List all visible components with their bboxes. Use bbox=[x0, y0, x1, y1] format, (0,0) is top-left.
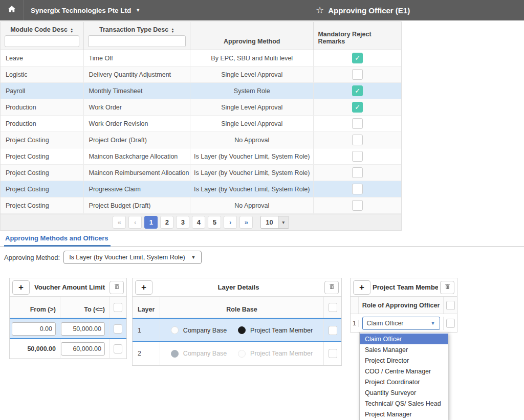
tab-approving-methods-and-officers[interactable]: Approving Methods and Officers bbox=[4, 234, 111, 247]
role-option[interactable]: Technical/ QS/ Sales Head bbox=[360, 398, 448, 409]
first-page-button[interactable]: « bbox=[113, 216, 126, 229]
role-option[interactable]: Project Director bbox=[360, 355, 448, 366]
page-button-5[interactable]: 5 bbox=[208, 216, 221, 229]
role-option[interactable]: Quantity Surveyor bbox=[360, 387, 448, 398]
table-row[interactable]: Project CostingMaincon Reimbursement All… bbox=[1, 165, 401, 181]
page-number-buttons: 12345 bbox=[144, 216, 221, 229]
page-button-4[interactable]: 4 bbox=[192, 216, 205, 229]
mandatory-checkbox[interactable] bbox=[352, 200, 363, 211]
home-button[interactable] bbox=[0, 0, 24, 20]
team-panel-title: Project Team Member bbox=[373, 283, 438, 291]
mandatory-checkbox[interactable] bbox=[352, 184, 363, 194]
mandatory-checkbox[interactable] bbox=[352, 167, 363, 178]
transaction-type-cell: Work Order Revision bbox=[84, 116, 190, 131]
next-page-button[interactable]: › bbox=[224, 216, 237, 229]
approving-method-dropdown[interactable]: Is Layer (by Voucher Limit, System Role)… bbox=[63, 251, 201, 264]
from-column-header: From (>) bbox=[10, 297, 60, 318]
mandatory-checkbox[interactable] bbox=[352, 135, 363, 145]
layer-number: 2 bbox=[138, 350, 141, 357]
last-page-button[interactable]: » bbox=[239, 216, 253, 229]
add-voucher-row-button[interactable]: + bbox=[12, 280, 30, 295]
team-row-checkbox[interactable] bbox=[446, 319, 455, 328]
role-combobox[interactable]: Claim Officer ▼ bbox=[362, 317, 440, 330]
sort-icon[interactable]: ▲▼ bbox=[70, 28, 73, 33]
layer-row[interactable]: 2 Company Base Project Team Member bbox=[133, 342, 341, 365]
to-amount-input[interactable] bbox=[61, 342, 105, 356]
table-row[interactable]: Project CostingMaincon Backcharge Alloca… bbox=[1, 148, 401, 165]
page-button-3[interactable]: 3 bbox=[176, 216, 189, 229]
page-title: ☆ Approving Officer (E1) bbox=[316, 0, 410, 20]
favorite-star-icon[interactable]: ☆ bbox=[316, 6, 324, 15]
module-code-filter-input[interactable] bbox=[5, 35, 79, 47]
team-select-all-checkbox[interactable] bbox=[446, 301, 455, 310]
table-row[interactable]: Project CostingProgressive ClaimIs Layer… bbox=[1, 181, 401, 197]
mandatory-checkbox[interactable]: ✓ bbox=[352, 102, 363, 113]
module-code-cell: Production bbox=[1, 116, 84, 131]
add-layer-button[interactable]: + bbox=[135, 280, 152, 295]
tab-bar: Approving Methods and Officers bbox=[0, 234, 524, 247]
role-option[interactable]: Claim Officer bbox=[360, 334, 448, 344]
table-row[interactable]: Project CostingProject Order (Draft)No A… bbox=[1, 132, 401, 148]
top-bar: Synergix Technologies Pte Ltd ▼ ☆ Approv… bbox=[0, 0, 524, 20]
layer-row[interactable]: 1 Company Base Project Team Member bbox=[133, 318, 341, 342]
column-header-approving-method: Approving Method bbox=[190, 22, 314, 50]
role-option[interactable]: Project Coordinator bbox=[360, 377, 448, 387]
approving-method-cell: No Approval bbox=[190, 197, 314, 213]
role-option[interactable]: COO / Centre Manager bbox=[360, 366, 448, 377]
approving-method-cell: Is Layer (by Voucher Limit, System Role) bbox=[190, 165, 314, 181]
mandatory-cell: ✓ bbox=[314, 50, 401, 66]
delete-layer-rows-button[interactable] bbox=[324, 281, 339, 294]
from-amount-input[interactable] bbox=[12, 322, 56, 336]
module-code-cell: Project Costing bbox=[1, 165, 84, 181]
chevron-down-icon: ▼ bbox=[431, 321, 435, 326]
transaction-type-filter-input[interactable] bbox=[88, 35, 186, 47]
voucher-row[interactable]: 50,000.00 bbox=[10, 339, 126, 359]
mandatory-checkbox[interactable] bbox=[352, 151, 363, 162]
delete-team-rows-button[interactable] bbox=[440, 281, 454, 294]
module-code-header-label: Module Code Desc bbox=[10, 26, 68, 33]
transaction-type-cell: Maincon Backcharge Allocation bbox=[84, 148, 190, 164]
table-row[interactable]: ProductionWork Order RevisionSingle Leve… bbox=[1, 116, 401, 132]
layer-row-checkbox[interactable] bbox=[329, 326, 337, 335]
to-amount-input[interactable] bbox=[61, 322, 105, 336]
transaction-type-cell: Delivery Quantity Adjustment bbox=[84, 67, 190, 82]
sort-icon[interactable]: ▲▼ bbox=[171, 28, 174, 33]
table-row[interactable]: Project CostingProject Budget (Draft)No … bbox=[1, 197, 401, 214]
delete-voucher-rows-button[interactable] bbox=[110, 281, 124, 294]
role-combobox-value: Claim Officer bbox=[367, 320, 404, 327]
mandatory-checkbox[interactable] bbox=[352, 118, 363, 129]
voucher-row-checkbox[interactable] bbox=[114, 324, 122, 334]
transaction-type-cell: Progressive Claim bbox=[84, 181, 190, 197]
add-team-member-button[interactable]: + bbox=[353, 280, 370, 295]
mandatory-checkbox[interactable]: ✓ bbox=[352, 53, 363, 63]
page-button-2[interactable]: 2 bbox=[160, 216, 173, 229]
previous-page-button[interactable]: ‹ bbox=[128, 216, 142, 229]
page-button-1[interactable]: 1 bbox=[144, 216, 158, 229]
mandatory-checkbox[interactable] bbox=[352, 69, 363, 80]
module-code-cell: Project Costing bbox=[1, 148, 84, 164]
voucher-select-all-checkbox[interactable] bbox=[114, 303, 122, 312]
trash-icon bbox=[114, 283, 120, 292]
table-row[interactable]: LeaveTime OffBy EPC, SBU and Multi level… bbox=[1, 50, 401, 67]
company-selector[interactable]: Synergix Technologies Pte Ltd ▼ bbox=[31, 0, 140, 20]
team-row[interactable]: 1 Claim Officer ▼ bbox=[351, 314, 457, 332]
role-option[interactable]: Sales Manager bbox=[360, 344, 448, 355]
mandatory-checkbox[interactable]: ✓ bbox=[352, 85, 363, 96]
voucher-row[interactable] bbox=[10, 318, 126, 339]
table-row[interactable]: PayrollMonthly TimesheetSystem Role✓ bbox=[1, 83, 401, 99]
voucher-panel-title: Voucher Amount Limit bbox=[32, 283, 107, 291]
company-base-radio[interactable]: Company Base bbox=[171, 350, 227, 358]
project-team-member-radio[interactable]: Project Team Member bbox=[238, 350, 313, 358]
page-size-select[interactable]: 10 ▾ bbox=[260, 216, 289, 229]
company-base-radio[interactable]: Company Base bbox=[171, 326, 227, 334]
table-row[interactable]: ProductionWork OrderSingle Level Approva… bbox=[1, 99, 401, 116]
layer-select-all-checkbox[interactable] bbox=[329, 303, 337, 312]
table-row[interactable]: LogisticDelivery Quantity AdjustmentSing… bbox=[1, 67, 401, 83]
role-option[interactable]: Project Manager bbox=[360, 409, 448, 419]
layer-row-checkbox[interactable] bbox=[329, 349, 337, 358]
project-team-member-panel: + Project Team Member Role of Approving … bbox=[350, 278, 457, 333]
mandatory-cell bbox=[314, 197, 401, 213]
voucher-row-checkbox[interactable] bbox=[114, 344, 122, 353]
approving-method-cell: No Approval bbox=[190, 132, 314, 148]
project-team-member-radio[interactable]: Project Team Member bbox=[238, 326, 313, 334]
